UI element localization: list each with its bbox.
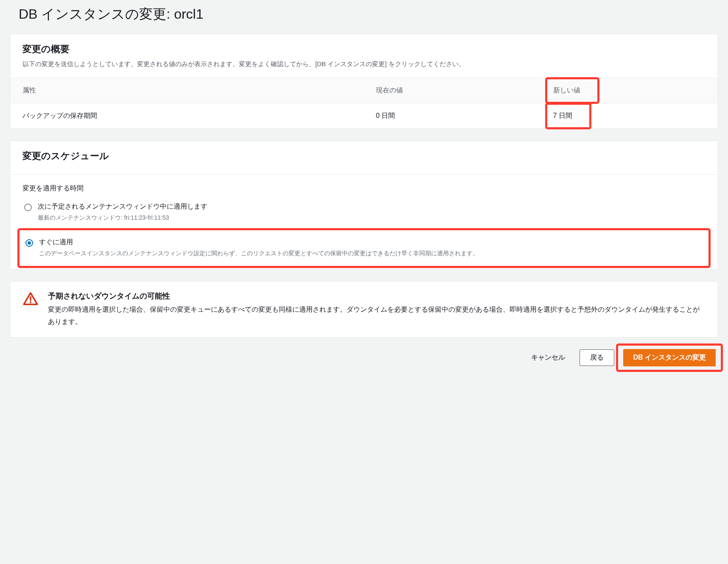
cell-attribute: バックアップの保存期間 — [11, 103, 364, 129]
radio-option-immediate[interactable]: すぐに適用 このデータベースインスタンスのメンテナンスウィンドウ設定に関わらず、… — [24, 235, 704, 261]
radio-option-maintenance-window[interactable]: 次に予定されるメンテナンスウィンドウ中に適用します 最新のメンテナンスウィンドウ… — [22, 199, 706, 226]
downtime-warning-alert: 予期されないダウンタイムの可能性 変更の即時適用を選択した場合、保留中の変更キュ… — [10, 281, 718, 338]
action-bar: キャンセル 戻る DB インスタンスの変更 — [8, 347, 720, 369]
cell-new-value: 7 日間 — [541, 103, 718, 129]
submit-highlight: DB インスタンスの変更 — [616, 343, 723, 372]
warning-icon — [22, 291, 39, 307]
alert-title: 予期されないダウンタイムの可能性 — [48, 291, 706, 301]
apply-time-label: 変更を適用する時間 — [22, 184, 706, 193]
radio-icon[interactable] — [25, 239, 33, 247]
radio-icon[interactable] — [24, 204, 32, 211]
table-row: バックアップの保存期間 0 日間 7 日間 — [11, 103, 717, 129]
summary-panel: 変更の概要 以下の変更を送信しようとしています。変更される値のみが表示されます。… — [10, 34, 718, 129]
schedule-title: 変更のスケジュール — [22, 150, 706, 162]
radio-option-immediate-highlight: すぐに適用 このデータベースインスタンスのメンテナンスウィンドウ設定に関わらず、… — [17, 228, 711, 268]
cancel-button[interactable]: キャンセル — [524, 349, 573, 366]
alert-text: 変更の即時適用を選択した場合、保留中の変更キューにあるすべての変更も同様に適用さ… — [48, 304, 706, 328]
svg-point-1 — [30, 302, 31, 303]
col-current-value: 現在の値 — [364, 78, 541, 103]
summary-table: 属性 現在の値 新しい値 バックアップの保存期間 0 日間 7 日間 — [11, 78, 717, 128]
new-value-cell-highlight: 7 日間 — [545, 103, 591, 129]
radio-label-immediate[interactable]: すぐに適用 — [39, 238, 703, 247]
back-button[interactable]: 戻る — [580, 349, 614, 366]
page-title: DB インスタンスの変更: orcl1 — [8, 0, 720, 34]
cell-current-value: 0 日間 — [364, 103, 541, 129]
apply-time-radio-group: 次に予定されるメンテナンスウィンドウ中に適用します 最新のメンテナンスウィンドウ… — [22, 199, 706, 266]
summary-description: 以下の変更を送信しようとしています。変更される値のみが表示されます。変更をよく確… — [22, 59, 706, 69]
col-attribute: 属性 — [11, 78, 364, 103]
modify-db-instance-button[interactable]: DB インスタンスの変更 — [623, 349, 716, 366]
radio-help-immediate: このデータベースインスタンスのメンテナンスウィンドウ設定に関わらず、このリクエス… — [39, 248, 703, 258]
radio-help-maintenance: 最新のメンテナンスウィンドウ: fri:11:23-fri:11:53 — [38, 213, 704, 222]
schedule-panel: 変更のスケジュール 変更を適用する時間 次に予定されるメンテナンスウィンドウ中に… — [10, 141, 718, 269]
radio-label-maintenance[interactable]: 次に予定されるメンテナンスウィンドウ中に適用します — [38, 202, 704, 211]
new-value-header-highlight: 新しい値 — [545, 77, 599, 104]
col-new-value: 新しい値 — [541, 78, 718, 103]
summary-title: 変更の概要 — [22, 43, 706, 56]
